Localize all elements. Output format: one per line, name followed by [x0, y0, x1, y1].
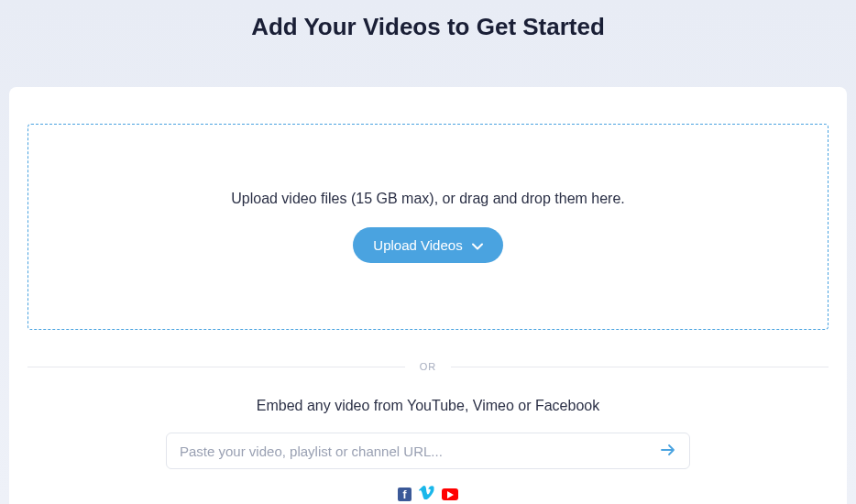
or-divider: OR [27, 361, 829, 372]
vimeo-icon [419, 486, 434, 503]
upload-button-label: Upload Videos [373, 237, 462, 253]
divider-line-left [27, 367, 405, 367]
page-title: Add Your Videos to Get Started [0, 0, 856, 60]
embed-prompt: Embed any video from YouTube, Vimeo or F… [27, 398, 829, 414]
arrow-right-icon [660, 444, 676, 459]
upload-card: Upload video files (15 GB max), or drag … [9, 87, 847, 504]
submit-url-button[interactable] [652, 433, 685, 469]
provider-icons: f [27, 486, 829, 503]
dropzone-instructions: Upload video files (15 GB max), or drag … [231, 191, 625, 207]
upload-videos-button[interactable]: Upload Videos [353, 227, 502, 263]
divider-label: OR [405, 361, 452, 372]
url-input-row [166, 433, 690, 469]
chevron-down-icon [472, 237, 483, 253]
facebook-icon: f [398, 488, 412, 501]
upload-dropzone[interactable]: Upload video files (15 GB max), or drag … [27, 124, 829, 330]
youtube-icon [442, 488, 458, 500]
video-url-input[interactable] [166, 433, 690, 469]
divider-line-right [451, 367, 829, 367]
